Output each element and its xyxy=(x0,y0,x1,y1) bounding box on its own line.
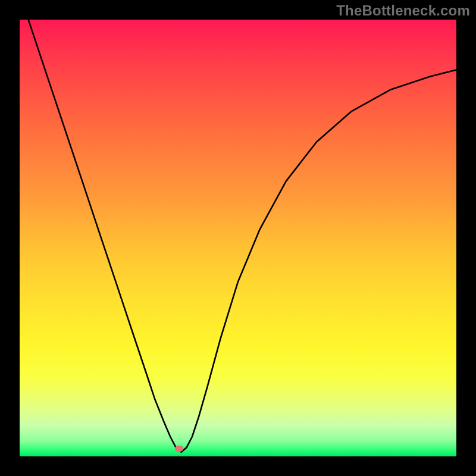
plot-area xyxy=(20,20,456,456)
bottleneck-curve xyxy=(29,20,456,452)
watermark-text: TheBottleneck.com xyxy=(336,2,470,19)
curve-svg xyxy=(20,20,456,456)
optimum-marker xyxy=(175,446,183,452)
chart-frame: TheBottleneck.com xyxy=(0,0,476,476)
